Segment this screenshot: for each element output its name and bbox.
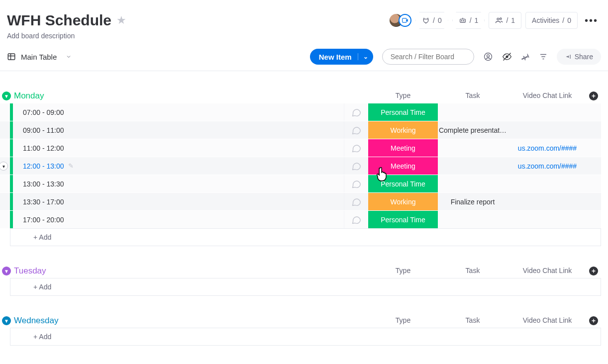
link-cell[interactable] bbox=[507, 193, 587, 210]
task-cell[interactable] bbox=[438, 139, 507, 157]
share-button[interactable]: Share bbox=[557, 49, 601, 65]
pin-icon[interactable] bbox=[521, 52, 530, 61]
integrations-pill[interactable]: / 1 bbox=[452, 12, 485, 29]
col-header-task[interactable]: Task bbox=[438, 267, 507, 275]
activities-pill[interactable]: Activities / 0 bbox=[525, 12, 578, 29]
search-input[interactable] bbox=[390, 52, 467, 61]
members-sep: / bbox=[506, 16, 508, 24]
link-cell[interactable] bbox=[507, 103, 587, 121]
type-cell[interactable]: Personal Time bbox=[368, 103, 438, 121]
row-name[interactable]: 07:00 - 09:00 bbox=[13, 103, 344, 121]
row-gutter bbox=[0, 175, 10, 192]
add-column-button[interactable] bbox=[589, 316, 598, 325]
search-input-wrap[interactable] bbox=[382, 49, 474, 65]
filter-icon[interactable] bbox=[539, 52, 548, 61]
col-header-type[interactable]: Type bbox=[368, 267, 438, 275]
row-gutter bbox=[0, 139, 10, 157]
automations-pill[interactable]: / 0 bbox=[415, 12, 448, 29]
table-row[interactable]: ▾12:00 - 13:00 ✎Meetingus.zoom.com/#### bbox=[0, 157, 601, 175]
link-cell[interactable] bbox=[507, 175, 587, 192]
add-row[interactable]: + Add bbox=[10, 328, 601, 346]
activities-label: Activities bbox=[532, 16, 559, 24]
link-cell[interactable] bbox=[507, 121, 587, 139]
link-cell[interactable] bbox=[507, 211, 587, 228]
group-title[interactable]: Tuesday bbox=[14, 266, 46, 276]
col-header-type[interactable]: Type bbox=[368, 316, 438, 325]
add-row[interactable]: + Add bbox=[10, 228, 601, 246]
collapse-icon[interactable]: ▼ bbox=[2, 91, 11, 100]
star-icon[interactable]: ★ bbox=[116, 14, 126, 27]
robot-icon bbox=[459, 16, 467, 24]
members-pill[interactable]: / 1 bbox=[489, 12, 521, 29]
collapse-icon[interactable]: ▼ bbox=[2, 267, 11, 275]
svg-rect-1 bbox=[460, 19, 465, 22]
task-cell[interactable] bbox=[438, 157, 507, 175]
board-header: WFH Schedule ★ / 0 / 1 / bbox=[0, 0, 608, 40]
hide-icon[interactable] bbox=[502, 52, 512, 62]
col-header-task[interactable]: Task bbox=[438, 91, 507, 100]
table-row[interactable]: 11:00 - 12:00Meetingus.zoom.com/#### bbox=[0, 139, 601, 157]
type-cell[interactable]: Working bbox=[368, 193, 438, 210]
pencil-icon[interactable]: ✎ bbox=[68, 162, 74, 170]
new-item-button[interactable]: New Item ⌄ bbox=[310, 49, 373, 65]
task-cell[interactable] bbox=[438, 103, 507, 121]
chat-icon[interactable] bbox=[344, 157, 368, 175]
add-column-button[interactable] bbox=[589, 267, 598, 275]
chat-icon[interactable] bbox=[344, 139, 368, 157]
row-name[interactable]: 12:00 - 13:00 ✎ bbox=[13, 157, 344, 175]
table-icon bbox=[7, 52, 16, 61]
type-cell[interactable]: Personal Time bbox=[368, 211, 438, 228]
column-headers: TypeTaskVideo Chat Link bbox=[368, 267, 601, 275]
task-cell[interactable]: Finalize report bbox=[438, 193, 507, 210]
integrations-sep: / bbox=[470, 16, 472, 24]
task-cell[interactable]: Complete presentat… bbox=[438, 121, 507, 139]
collapse-icon[interactable]: ▼ bbox=[2, 316, 11, 325]
type-cell[interactable]: Meeting bbox=[368, 157, 438, 175]
board-title[interactable]: WFH Schedule bbox=[7, 12, 111, 29]
type-cell[interactable]: Personal Time bbox=[368, 175, 438, 192]
col-header-link[interactable]: Video Chat Link bbox=[507, 316, 587, 325]
toolbar: Main Table New Item ⌄ Share bbox=[0, 40, 608, 71]
table-row[interactable]: 07:00 - 09:00Personal Time bbox=[0, 103, 601, 121]
add-row[interactable]: + Add bbox=[10, 278, 601, 296]
chat-icon[interactable] bbox=[344, 211, 368, 228]
group-rows: 07:00 - 09:00Personal Time09:00 - 11:00W… bbox=[0, 103, 601, 228]
svg-rect-0 bbox=[403, 18, 406, 22]
more-menu-icon[interactable]: ••• bbox=[582, 15, 601, 26]
link-cell[interactable]: us.zoom.com/#### bbox=[507, 139, 587, 157]
col-header-task[interactable]: Task bbox=[438, 316, 507, 325]
type-cell[interactable]: Meeting bbox=[368, 139, 438, 157]
row-end bbox=[587, 193, 601, 210]
group-title[interactable]: Wednesday bbox=[14, 316, 58, 326]
add-column-button[interactable] bbox=[589, 91, 598, 100]
table-row[interactable]: 13:00 - 13:30Personal Time bbox=[0, 175, 601, 192]
task-cell[interactable] bbox=[438, 175, 507, 192]
row-name[interactable]: 13:00 - 13:30 bbox=[13, 175, 344, 192]
row-name[interactable]: 13:30 - 17:00 bbox=[13, 193, 344, 210]
link-cell[interactable]: us.zoom.com/#### bbox=[507, 157, 587, 175]
chat-icon[interactable] bbox=[344, 103, 368, 121]
table-row[interactable]: 09:00 - 11:00WorkingComplete presentat… bbox=[0, 121, 601, 139]
table-row[interactable]: 17:00 - 20:00Personal Time bbox=[0, 210, 601, 228]
chat-icon[interactable] bbox=[344, 175, 368, 192]
row-name[interactable]: 17:00 - 20:00 bbox=[13, 211, 344, 228]
person-filter-icon[interactable] bbox=[483, 52, 493, 62]
col-header-link[interactable]: Video Chat Link bbox=[507, 267, 587, 275]
row-name[interactable]: 11:00 - 12:00 bbox=[13, 139, 344, 157]
group-title[interactable]: Monday bbox=[14, 91, 44, 101]
type-cell[interactable]: Working bbox=[368, 121, 438, 139]
toolbar-right: New Item ⌄ Share bbox=[310, 49, 601, 65]
automations-count: 0 bbox=[438, 16, 442, 24]
board-description[interactable]: Add board description bbox=[7, 32, 601, 40]
board-owner[interactable] bbox=[389, 13, 411, 28]
new-item-caret-icon[interactable]: ⌄ bbox=[358, 53, 368, 60]
col-header-link[interactable]: Video Chat Link bbox=[507, 91, 587, 100]
task-cell[interactable] bbox=[438, 211, 507, 228]
chat-icon[interactable] bbox=[344, 121, 368, 139]
chat-icon[interactable] bbox=[344, 193, 368, 210]
table-row[interactable]: 13:30 - 17:00WorkingFinalize report bbox=[0, 192, 601, 210]
row-name[interactable]: 09:00 - 11:00 bbox=[13, 121, 344, 139]
col-header-type[interactable]: Type bbox=[368, 91, 438, 100]
share-label: Share bbox=[575, 53, 593, 61]
view-switcher[interactable]: Main Table bbox=[7, 52, 72, 61]
